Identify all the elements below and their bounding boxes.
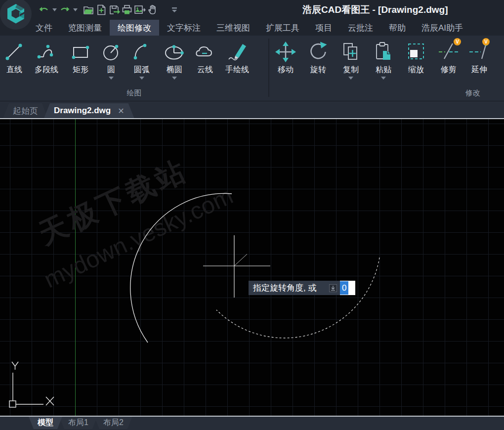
menu-3d-view[interactable]: 三维视图 (209, 20, 258, 36)
more-tools-icon (171, 7, 177, 13)
arc-icon (130, 39, 153, 65)
chevron-down-icon[interactable] (381, 77, 386, 80)
window-title: 浩辰CAD看图王 - [Drawing2.dwg] (302, 3, 448, 16)
tab-layout2[interactable]: 布局2 (94, 417, 132, 429)
menu-cloud-markup[interactable]: 云批注 (340, 20, 381, 36)
tab-drawing2[interactable]: Drawing2.dwg ✕ (44, 103, 134, 118)
document-tab-bar: 起始页 Drawing2.dwg ✕ (0, 101, 504, 119)
ucs-icon (9, 362, 54, 407)
new-file-icon (95, 4, 107, 16)
quick-access-toolbar (38, 2, 181, 18)
tool-ellipse-button[interactable]: 椭圆 (158, 39, 191, 80)
menu-help[interactable]: 帮助 (381, 20, 414, 36)
tool-scale-button[interactable]: 缩放 (400, 39, 432, 75)
prompt-history-icon[interactable] (329, 284, 337, 292)
export-image-button[interactable] (133, 3, 146, 17)
tool-line-button[interactable]: 直线 (0, 39, 29, 75)
close-icon[interactable]: ✕ (118, 106, 124, 116)
copy-icon (339, 39, 362, 65)
tool-arc-button[interactable]: 圆弧 (126, 39, 158, 80)
tool-polyline-button[interactable]: 多段线 (29, 39, 64, 75)
print-icon (121, 4, 133, 16)
scale-icon (405, 39, 427, 65)
move-icon (274, 39, 297, 65)
open-file-button[interactable] (82, 3, 95, 17)
new-file-button[interactable] (95, 3, 108, 17)
arc-entity-solid[interactable] (130, 193, 232, 343)
menu-file[interactable]: 文件 (28, 20, 60, 36)
save-icon (108, 4, 120, 16)
menu-view-measure[interactable]: 览图测量 (60, 20, 110, 36)
undo-dropdown[interactable] (50, 3, 58, 17)
paste-icon (372, 39, 395, 65)
menu-extended-tools[interactable]: 扩展工具 (258, 20, 307, 36)
revision-cloud-icon (194, 39, 216, 65)
arc-entity-preview-dashed (216, 258, 379, 338)
undo-button[interactable] (38, 3, 50, 17)
dynamic-input-prompt: 指定旋转角度, 或 (249, 281, 340, 295)
tool-move-button[interactable]: 移动 (269, 39, 302, 75)
pan-button[interactable] (146, 3, 159, 17)
tab-start-page[interactable]: 起始页 (3, 103, 48, 118)
tool-extend-button[interactable]: 延伸 V (465, 39, 494, 75)
tool-circle-button[interactable]: 圆 (97, 39, 126, 80)
freehand-icon (226, 39, 249, 65)
tool-cloud-button[interactable]: 云线 (191, 39, 219, 75)
ucs-x-label (46, 397, 54, 405)
ribbon-group-modify: 移动 旋转 复制 (269, 36, 504, 101)
vip-badge: V (482, 38, 490, 45)
prompt-text: 指定旋转角度, 或 (253, 282, 316, 294)
app-logo-icon (4, 2, 27, 25)
menu-ai-assistant[interactable]: 浩辰AI助手 (414, 20, 471, 36)
menu-draw-modify[interactable]: 绘图修改 (110, 20, 159, 36)
chevron-down-icon (73, 8, 78, 11)
more-tools-button[interactable] (168, 3, 181, 17)
redo-button[interactable] (58, 3, 71, 17)
rotate-icon (307, 39, 330, 65)
ribbon: 直线 多段线 矩形 (0, 36, 504, 101)
drawing-canvas[interactable]: 天极下载站 mydown.yesky.com 指定旋转角度, 或 0 (0, 119, 504, 416)
tool-copy-button[interactable]: 复制 (335, 39, 367, 80)
tool-paste-button[interactable]: 粘贴 (367, 39, 400, 80)
group-label-modify: 修改 (269, 88, 504, 98)
circle-icon (100, 39, 123, 65)
ucs-y-label (12, 362, 18, 370)
tab-model[interactable]: 模型 (29, 417, 62, 429)
angle-input-value: 0 (340, 281, 348, 295)
tool-trim-button[interactable]: 修剪 V (432, 39, 465, 75)
rectangle-icon (69, 39, 92, 65)
tool-rotate-button[interactable]: 旋转 (302, 39, 335, 75)
drawing-entities (0, 119, 504, 416)
menu-project[interactable]: 项目 (307, 20, 340, 36)
line-icon (3, 39, 26, 65)
save-button[interactable] (108, 3, 121, 17)
print-button[interactable] (121, 3, 133, 17)
chevron-down-icon[interactable] (109, 77, 114, 80)
vip-badge: V (454, 38, 461, 45)
ribbon-group-draw: 直线 多段线 矩形 (0, 36, 268, 101)
tool-rectangle-button[interactable]: 矩形 (64, 39, 97, 75)
chevron-down-icon[interactable] (139, 77, 144, 80)
title-bar: 浩辰CAD看图王 - [Drawing2.dwg] (0, 0, 504, 20)
ellipse-icon (163, 39, 186, 65)
polyline-icon (35, 39, 58, 65)
rubber-band-line (234, 254, 247, 266)
chevron-down-icon[interactable] (348, 77, 353, 80)
group-label-draw: 绘图 (0, 88, 268, 98)
menu-text-annotate[interactable]: 文字标注 (159, 20, 209, 36)
chevron-down-icon (52, 8, 57, 11)
pan-hand-icon (147, 4, 159, 16)
redo-dropdown[interactable] (71, 3, 79, 17)
undo-icon (39, 4, 49, 15)
chevron-down-icon[interactable] (172, 77, 177, 80)
menu-bar: 文件 览图测量 绘图修改 文字标注 三维视图 扩展工具 项目 云批注 帮助 浩辰… (0, 20, 504, 36)
tool-freehand-button[interactable]: 手绘线 (219, 39, 255, 75)
tab-layout1[interactable]: 布局1 (59, 417, 97, 429)
redo-icon (59, 4, 70, 15)
layout-tab-bar: 模型 布局1 布局2 (0, 416, 504, 430)
angle-input-field[interactable]: 0 (340, 281, 355, 295)
export-image-icon (133, 4, 146, 16)
open-folder-icon (83, 4, 94, 16)
